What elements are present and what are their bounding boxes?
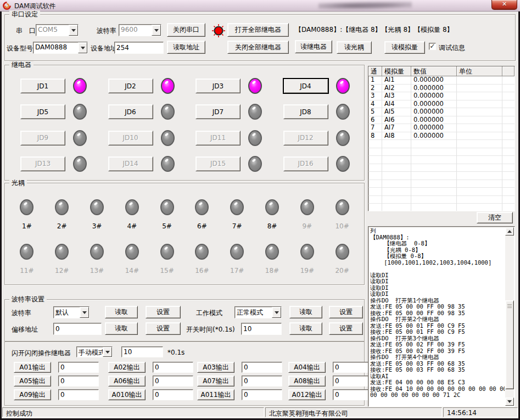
relay-button-jd10: JD10 xyxy=(108,131,153,145)
close-serial-button[interactable]: 关闭串口 xyxy=(167,23,205,37)
a02-output-button[interactable]: A02输出 xyxy=(108,362,146,373)
baud-read-button[interactable]: 读取 xyxy=(105,306,138,318)
relay-button-jd11: JD11 xyxy=(195,131,241,145)
a04-output-input[interactable] xyxy=(333,362,373,373)
relay-button-jd5[interactable]: JD5 xyxy=(20,104,65,119)
a03-output-button[interactable]: A03输出 xyxy=(197,362,234,373)
workmode-value: 正常模式 xyxy=(235,307,272,318)
device-addr-input[interactable] xyxy=(114,42,164,54)
a06-output-button[interactable]: A06输出 xyxy=(108,376,146,387)
switch-set-button[interactable]: 设置 xyxy=(329,322,363,335)
baud-settings-group: 波特率设置 波特率 默认 读取 设置 工作模式 正常模式 读取 设置 偏移地址 … xyxy=(4,299,365,341)
opto-lamp-off xyxy=(195,199,209,215)
a07-output-button[interactable]: A07输出 xyxy=(197,376,234,387)
a010-output-input[interactable] xyxy=(153,389,193,400)
close-all-relays-button[interactable]: 关闭全部继电器 xyxy=(227,41,289,54)
relay-button-jd2[interactable]: JD2 xyxy=(108,79,153,93)
a08-output-input[interactable] xyxy=(333,376,373,387)
a01-output-button[interactable]: A01输出 xyxy=(14,362,51,373)
opto-cell: 16# xyxy=(184,237,220,281)
baud-select[interactable]: 9600 xyxy=(119,24,161,36)
relay-button-jd1[interactable]: JD1 xyxy=(20,79,65,93)
a012-output-button[interactable]: A012输出 xyxy=(288,389,326,400)
read-opto-button[interactable]: 读光耦 xyxy=(337,41,372,54)
baud-set-select[interactable]: 默认 xyxy=(53,306,90,318)
relay-cell: JD2 xyxy=(97,78,185,94)
a01-output-input[interactable] xyxy=(58,362,99,373)
relay-lamp-on xyxy=(161,78,175,94)
chevron-down-icon[interactable] xyxy=(103,347,112,357)
device-model-select[interactable]: DAM0888 xyxy=(33,42,88,54)
serial-port-select[interactable]: COM5 xyxy=(36,24,79,36)
read-relay-button[interactable]: 读继电器 xyxy=(295,40,332,53)
a06-output-input[interactable] xyxy=(153,376,193,387)
chevron-down-icon[interactable] xyxy=(272,307,281,318)
relay-button-jd6[interactable]: JD6 xyxy=(108,104,153,119)
relay-group-title: 继电器 xyxy=(9,61,33,69)
opto-cell: 5# xyxy=(149,192,184,237)
relay-button-jd8[interactable]: JD8 xyxy=(283,104,328,119)
offset-set-button[interactable]: 设置 xyxy=(146,322,181,335)
switch-time-input[interactable] xyxy=(241,323,282,335)
relay-button-jd13: JD13 xyxy=(20,156,65,171)
opto-lamp-off xyxy=(265,244,279,260)
serial-port-value: COM5 xyxy=(36,25,69,36)
table-row-empty xyxy=(368,188,515,196)
a02-output-input[interactable] xyxy=(153,362,193,373)
title-bar[interactable]: DAM调试软件 ✕ xyxy=(0,0,520,12)
a05-output-input[interactable] xyxy=(58,376,99,387)
switch-read-button[interactable]: 读取 xyxy=(289,322,322,335)
baud-set-button[interactable]: 设置 xyxy=(146,306,181,318)
a012-output-input[interactable] xyxy=(333,389,373,400)
client-area: 串口设定 串 口 COM5 波特率 9600 关闭串口 xyxy=(2,12,518,418)
workmode-read-button[interactable]: 读取 xyxy=(289,306,322,318)
relay-button-jd7[interactable]: JD7 xyxy=(195,104,241,119)
opto-lamp-off xyxy=(20,244,33,260)
scroll-track[interactable] xyxy=(505,236,514,397)
opto-group-title: 光耦 xyxy=(9,179,27,187)
open-all-relays-button[interactable]: 打开全部继电器 xyxy=(227,23,289,37)
a011-output-button[interactable]: A011输出 xyxy=(197,389,234,400)
scroll-down-icon[interactable] xyxy=(505,397,514,406)
workmode-select[interactable]: 正常模式 xyxy=(234,306,282,318)
flash-time-input[interactable] xyxy=(121,346,163,357)
a08-output-button[interactable]: A08输出 xyxy=(288,376,326,387)
chevron-down-icon[interactable] xyxy=(69,25,78,36)
a05-output-button[interactable]: A05输出 xyxy=(14,376,51,387)
window-title: DAM调试软件 xyxy=(14,2,56,11)
a09-output-input[interactable] xyxy=(58,389,99,400)
relay-lamp-off xyxy=(73,156,87,172)
offset-read-button[interactable]: 读取 xyxy=(105,322,138,335)
chevron-down-icon[interactable] xyxy=(152,25,161,36)
serial-group-title: 串口设定 xyxy=(9,10,40,18)
opto-cell: 13# xyxy=(80,237,115,281)
debug-log-text[interactable]: 列 【DAM0888】: 【继电器 0-8】 【光耦 0-8】 【模拟量 0-8… xyxy=(370,228,505,405)
relay-cell: JD4 xyxy=(272,78,360,94)
relay-button-jd12: JD12 xyxy=(283,131,328,145)
clear-log-button[interactable]: 清空 xyxy=(477,212,513,223)
a04-output-button[interactable]: A04输出 xyxy=(288,362,326,373)
device-model-value: DAM0888 xyxy=(33,42,78,53)
workmode-set-button[interactable]: 设置 xyxy=(329,306,363,318)
a07-output-input[interactable] xyxy=(242,376,282,387)
read-addr-button[interactable]: 读取地址 xyxy=(167,41,205,54)
a011-output-input[interactable] xyxy=(242,389,282,400)
flash-mode-select[interactable]: 手动模式 xyxy=(76,346,113,357)
offset-addr-input[interactable] xyxy=(53,323,102,335)
opto-cell: 11# xyxy=(9,237,44,281)
scroll-up-icon[interactable] xyxy=(505,227,514,236)
chevron-down-icon[interactable] xyxy=(80,307,89,318)
a09-output-button[interactable]: A09输出 xyxy=(14,389,51,400)
debug-info-checkbox[interactable]: ✓ xyxy=(429,43,436,50)
read-analog-button[interactable]: 读模拟量 xyxy=(384,41,425,54)
debug-log-panel[interactable]: 列 【DAM0888】: 【继电器 0-8】 【光耦 0-8】 【模拟量 0-8… xyxy=(368,226,515,407)
log-scrollbar[interactable] xyxy=(505,227,514,406)
scroll-thumb[interactable] xyxy=(505,300,514,389)
a010-output-button[interactable]: A010输出 xyxy=(108,389,146,400)
relay-button-jd3[interactable]: JD3 xyxy=(195,79,241,93)
close-button[interactable]: ✕ xyxy=(491,0,517,10)
relay-button-jd4[interactable]: JD4 xyxy=(283,79,328,93)
chevron-down-icon[interactable] xyxy=(78,42,87,53)
a03-output-input[interactable] xyxy=(242,362,282,373)
col-header-blank xyxy=(502,66,515,76)
